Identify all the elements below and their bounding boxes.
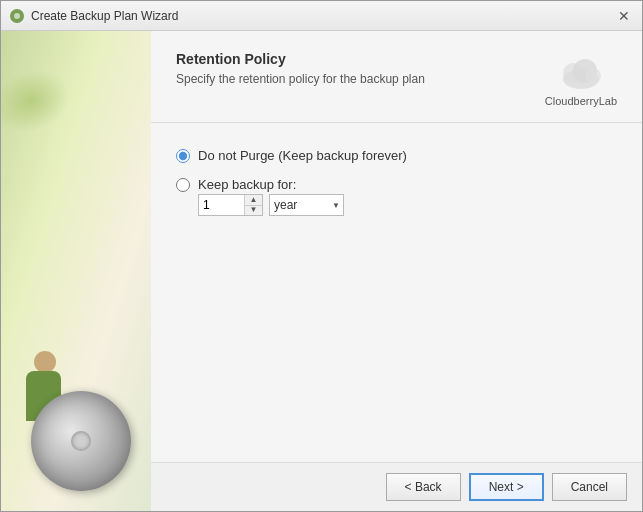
close-button[interactable]: ✕ <box>614 6 634 26</box>
panel-subtitle: Specify the retention policy for the bac… <box>176 72 425 86</box>
option2-label[interactable]: Keep backup for: <box>176 177 617 192</box>
logo-text: CloudberryLab <box>545 95 617 107</box>
spinner-down-button[interactable]: ▼ <box>245 206 262 216</box>
content-area: Retention Policy Specify the retention p… <box>1 31 642 511</box>
footer: < Back Next > Cancel <box>151 462 642 511</box>
svg-point-5 <box>585 68 601 84</box>
duration-input[interactable] <box>203 198 248 212</box>
wizard-window: Create Backup Plan Wizard ✕ Retention Po… <box>0 0 643 512</box>
titlebar-left: Create Backup Plan Wizard <box>9 8 178 24</box>
option2-text: Keep backup for: <box>198 177 296 192</box>
next-button[interactable]: Next > <box>469 473 544 501</box>
period-select-wrapper: year month week day <box>269 194 344 216</box>
option1-label[interactable]: Do not Purge (Keep backup forever) <box>176 148 617 163</box>
window-title: Create Backup Plan Wizard <box>31 9 178 23</box>
panel-header: Retention Policy Specify the retention p… <box>151 31 642 123</box>
radio-group: Do not Purge (Keep backup forever) Keep … <box>176 148 617 216</box>
cd-hole <box>71 431 91 451</box>
figure-head <box>34 351 56 373</box>
leaf-decoration <box>1 59 79 143</box>
option2-radio[interactable] <box>176 178 190 192</box>
duration-controls: ▲ ▼ year month week day <box>198 194 617 216</box>
spinner-up-button[interactable]: ▲ <box>245 195 262 206</box>
panel-title: Retention Policy <box>176 51 425 67</box>
spinner-arrows: ▲ ▼ <box>244 195 262 215</box>
option1-radio[interactable] <box>176 149 190 163</box>
header-text: Retention Policy Specify the retention p… <box>176 51 425 86</box>
logo-container: CloudberryLab <box>545 51 617 107</box>
main-panel: Retention Policy Specify the retention p… <box>151 31 642 511</box>
back-button[interactable]: < Back <box>386 473 461 501</box>
option2-container: Keep backup for: ▲ ▼ <box>176 177 617 216</box>
cloudberry-logo-icon <box>557 51 605 91</box>
app-icon <box>9 8 25 24</box>
form-area: Do not Purge (Keep backup forever) Keep … <box>151 123 642 462</box>
titlebar: Create Backup Plan Wizard ✕ <box>1 1 642 31</box>
duration-spinner[interactable]: ▲ ▼ <box>198 194 263 216</box>
cd-graphic <box>31 391 131 491</box>
period-select[interactable]: year month week day <box>269 194 344 216</box>
sidebar <box>1 31 151 511</box>
cancel-button[interactable]: Cancel <box>552 473 627 501</box>
option1-text: Do not Purge (Keep backup forever) <box>198 148 407 163</box>
svg-point-1 <box>14 13 20 19</box>
